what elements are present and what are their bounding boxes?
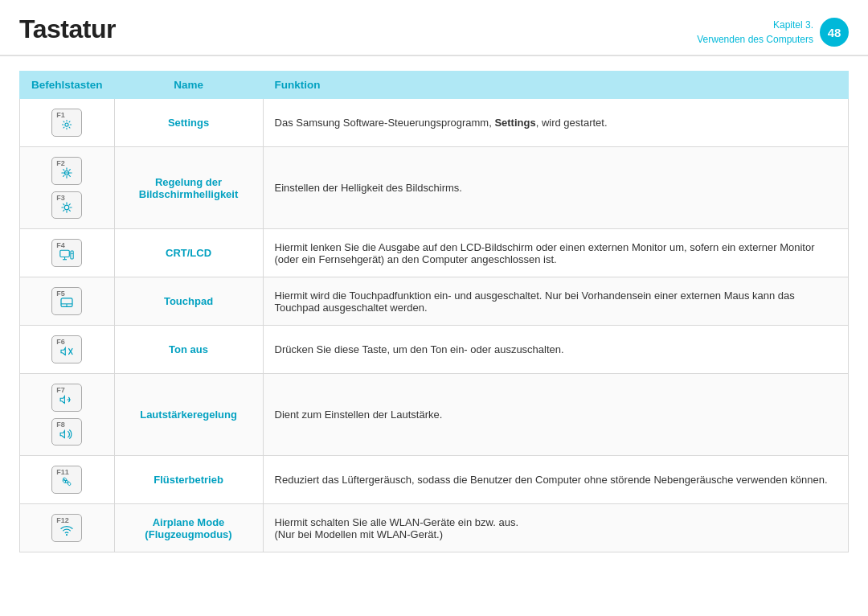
- key-cell: F4: [20, 229, 115, 277]
- key-button: F3: [51, 191, 82, 220]
- table-row: F1 SettingsDas Samsung Software-Steuerun…: [20, 99, 849, 147]
- keyboard-table: Befehlstasten Name Funktion F1 SettingsD…: [19, 71, 849, 552]
- key-icon: [59, 524, 74, 539]
- table-row: F11 FlüsterbetriebReduziert das Lüfterge…: [20, 456, 849, 504]
- funktion-cell: Das Samsung Software-Steuerungsprogramm,…: [263, 99, 848, 147]
- key-button: F8: [51, 418, 82, 446]
- key-icon: [59, 346, 74, 360]
- key-button: F1: [51, 109, 82, 137]
- page-badge: 48: [820, 18, 849, 47]
- key-label: F2: [56, 160, 65, 167]
- name-cell: Regelung der Bildschirmhelligkeit: [114, 146, 263, 229]
- funktion-cell: Reduziert das Lüftergeräusch, sodass die…: [263, 456, 848, 504]
- page-title: Tastatur: [19, 14, 116, 44]
- name-cell: Airplane Mode (Flugzeugmodus): [114, 504, 263, 552]
- key-icon: [59, 249, 74, 264]
- key-icon: [59, 167, 74, 182]
- funktion-cell: Einstellen der Helligkeit des Bildschirm…: [263, 146, 848, 229]
- key-label: F8: [56, 421, 65, 429]
- table-header-row: Befehlstasten Name Funktion: [20, 72, 849, 99]
- key-label: F12: [56, 517, 69, 524]
- svg-point-16: [66, 534, 68, 536]
- key-button: F4: [51, 239, 82, 267]
- col-header-befehlstasten: Befehlstasten: [20, 72, 115, 99]
- key-label: F11: [56, 469, 69, 476]
- name-cell: Flüsterbetrieb: [114, 456, 263, 504]
- key-icon: [59, 202, 74, 216]
- table-row: F6 Ton ausDrücken Sie diese Taste, um de…: [20, 325, 849, 373]
- key-button: F7: [51, 384, 82, 412]
- funktion-cell: Drücken Sie diese Taste, um den Ton ein-…: [263, 325, 848, 373]
- key-label: F1: [56, 112, 65, 119]
- key-cell: F7 F8: [20, 373, 115, 456]
- funktion-cell: Hiermit wird die Touchpadfunktion ein- u…: [263, 277, 848, 326]
- key-label: F6: [56, 339, 65, 346]
- key-icon: [59, 119, 74, 133]
- key-cell: F12: [20, 504, 115, 552]
- name-cell: Lautstärkeregelung: [114, 373, 263, 456]
- page-header: Tastatur Kapitel 3. Verwenden des Comput…: [0, 0, 868, 56]
- key-label: F5: [56, 290, 65, 298]
- chapter-line1: Kapitel 3.: [697, 18, 813, 32]
- key-button: F11: [51, 466, 82, 494]
- table-row: F12 Airplane Mode (Flugzeugmodus)Hiermit…: [20, 504, 849, 552]
- key-icon: [59, 394, 74, 409]
- key-button: F2: [51, 157, 82, 185]
- name-cell: Ton aus: [114, 325, 263, 373]
- svg-rect-7: [71, 251, 73, 259]
- key-cell: F6: [20, 325, 115, 373]
- key-label: F4: [56, 242, 65, 249]
- name-cell: Settings: [114, 99, 263, 147]
- key-icon: [59, 298, 74, 312]
- key-button: F5: [51, 287, 82, 315]
- key-icon: [59, 476, 74, 491]
- table-row: F5 TouchpadHiermit wird die Touchpadfunk…: [20, 277, 849, 326]
- name-cell: CRT/LCD: [114, 229, 263, 277]
- key-cell: F11: [20, 456, 115, 504]
- svg-point-3: [64, 205, 69, 210]
- key-cell: F1: [20, 99, 115, 147]
- funktion-cell: Dient zum Einstellen der Lautstärke.: [263, 373, 848, 456]
- key-button: F6: [51, 335, 82, 363]
- name-cell: Touchpad: [114, 277, 263, 326]
- col-header-funktion: Funktion: [263, 72, 848, 99]
- chapter-text: Kapitel 3. Verwenden des Computers: [697, 18, 813, 47]
- table-row: F7 F8 LautstärkeregelungDient zum Einste…: [20, 373, 849, 456]
- chapter-line2: Verwenden des Computers: [697, 32, 813, 47]
- funktion-cell: Hiermit schalten Sie alle WLAN-Geräte ei…: [263, 504, 848, 552]
- key-button: F12: [51, 514, 82, 542]
- funktion-cell: Hiermit lenken Sie die Ausgabe auf den L…: [263, 229, 848, 277]
- key-label: F7: [56, 387, 65, 394]
- col-header-name: Name: [114, 72, 263, 99]
- chapter-info: Kapitel 3. Verwenden des Computers 48: [697, 18, 849, 47]
- table-row: F2 F3 Regelung der BildschirmhelligkeitE…: [20, 146, 849, 229]
- key-icon: [59, 429, 74, 443]
- svg-rect-4: [60, 251, 69, 257]
- svg-point-0: [65, 123, 68, 126]
- key-cell: F2 F3: [20, 146, 115, 229]
- key-cell: F5: [20, 277, 115, 326]
- key-label: F3: [56, 195, 65, 202]
- table-row: F4 CRT/LCDHiermit lenken Sie die Ausgabe…: [20, 229, 849, 277]
